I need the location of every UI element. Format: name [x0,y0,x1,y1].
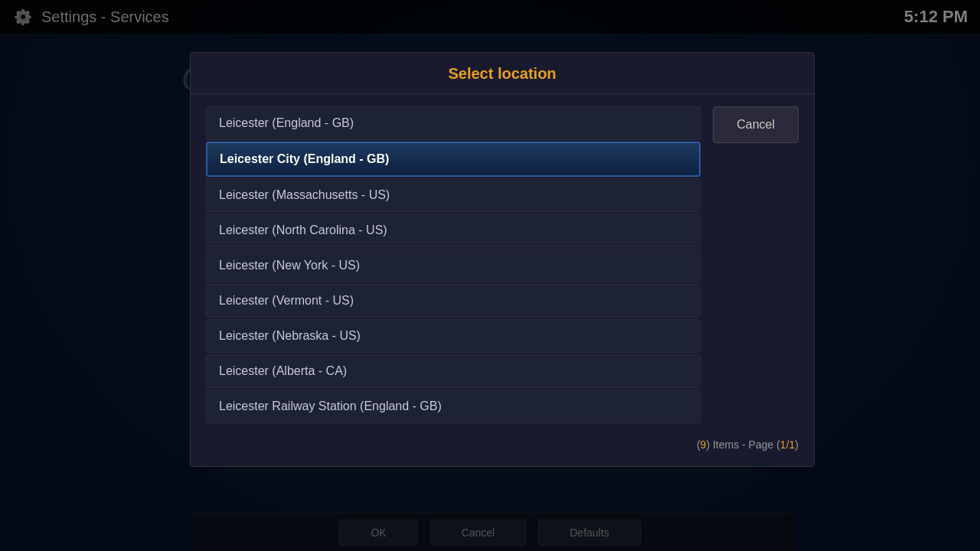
location-list: Leicester (England - GB)Leicester City (… [206,106,701,423]
list-item[interactable]: Leicester (New York - US) [206,249,701,282]
list-item[interactable]: Leicester (Alberta - CA) [206,354,701,388]
list-item[interactable]: Leicester (England - GB) [206,106,701,140]
select-location-dialog: Select location Leicester (England - GB)… [190,52,815,467]
list-item[interactable]: Leicester Railway Station (England - GB) [206,390,701,423]
footer-page-suffix: ) [795,439,799,451]
list-item[interactable]: Leicester City (England - GB) [206,142,701,177]
dialog-side-buttons: Cancel [713,106,799,143]
dialog-title: Select location [191,53,814,94]
footer-items-suffix: ) Items - Page ( [706,439,779,451]
list-item[interactable]: Leicester (Vermont - US) [206,284,701,318]
list-item[interactable]: Leicester (Massachusetts - US) [206,178,701,212]
dialog-footer: (9) Items - Page (1/1) [191,431,814,451]
footer-page: 1/1 [780,439,795,451]
cancel-button[interactable]: Cancel [713,106,799,143]
list-item[interactable]: Leicester (Nebraska - US) [206,319,701,353]
dialog-body: Leicester (England - GB)Leicester City (… [191,94,814,431]
list-item[interactable]: Leicester (North Carolina - US) [206,214,701,247]
